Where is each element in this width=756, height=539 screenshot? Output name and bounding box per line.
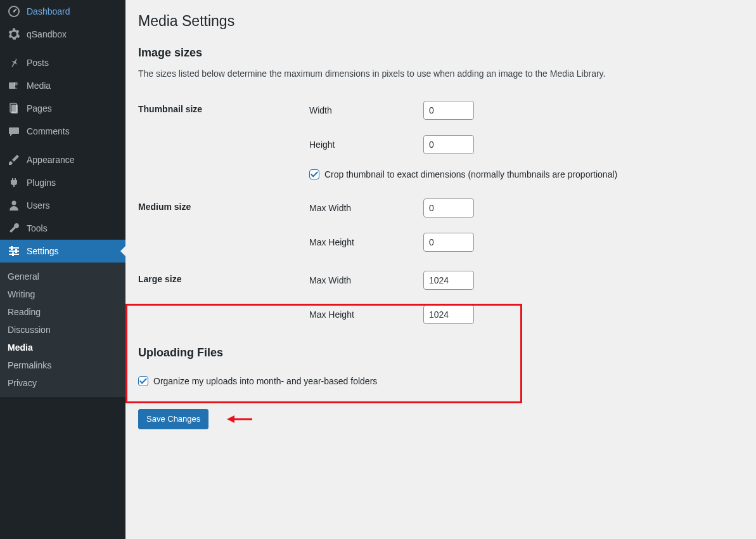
large-width-input[interactable] bbox=[423, 271, 474, 290]
main-content: Media Settings Image sizes The sizes lis… bbox=[125, 0, 756, 539]
admin-sidebar: Dashboard qSandbox Posts Media Pages Com… bbox=[0, 0, 125, 539]
submenu-item-general[interactable]: General bbox=[0, 268, 125, 285]
submenu-item-privacy[interactable]: Privacy bbox=[0, 374, 125, 392]
thumbnail-width-label: Width bbox=[309, 105, 423, 115]
pin-icon bbox=[8, 56, 20, 69]
sliders-icon bbox=[8, 245, 20, 257]
thumbnail-height-label: Height bbox=[309, 140, 423, 150]
settings-submenu: General Writing Reading Discussion Media… bbox=[0, 263, 125, 397]
sidebar-item-settings[interactable]: Settings bbox=[0, 240, 125, 263]
thumbnail-width-input[interactable] bbox=[423, 101, 474, 120]
pages-icon bbox=[8, 102, 20, 115]
svg-rect-7 bbox=[9, 247, 19, 249]
thumbnail-crop-checkbox[interactable] bbox=[309, 169, 319, 179]
plug-icon bbox=[8, 176, 20, 189]
dashboard-icon bbox=[8, 5, 20, 18]
sidebar-item-users[interactable]: Users bbox=[0, 194, 125, 217]
thumbnail-crop-label: Crop thumbnail to exact dimensions (norm… bbox=[324, 169, 617, 179]
large-width-label: Max Width bbox=[309, 275, 423, 285]
submenu-item-media[interactable]: Media bbox=[0, 339, 125, 356]
sidebar-item-label: Dashboard bbox=[27, 6, 70, 16]
medium-size-label: Medium size bbox=[138, 189, 303, 261]
wrench-icon bbox=[8, 222, 20, 235]
sidebar-item-label: Plugins bbox=[27, 178, 56, 188]
svg-rect-12 bbox=[12, 252, 14, 256]
media-icon bbox=[8, 79, 20, 92]
submenu-item-reading[interactable]: Reading bbox=[0, 303, 125, 321]
sidebar-item-label: qSandbox bbox=[27, 29, 67, 39]
user-icon bbox=[8, 199, 20, 212]
submenu-item-discussion[interactable]: Discussion bbox=[0, 321, 125, 339]
thumbnail-size-label: Thumbnail size bbox=[138, 91, 303, 189]
medium-height-label: Max Height bbox=[309, 237, 423, 247]
sidebar-item-appearance[interactable]: Appearance bbox=[0, 148, 125, 171]
submenu-item-writing[interactable]: Writing bbox=[0, 285, 125, 303]
thumbnail-height-input[interactable] bbox=[423, 135, 474, 154]
sidebar-item-label: Media bbox=[27, 81, 51, 91]
page-title: Media Settings bbox=[138, 6, 743, 34]
image-sizes-desc: The sizes listed below determine the max… bbox=[138, 68, 743, 79]
medium-height-input[interactable] bbox=[423, 233, 474, 252]
medium-width-input[interactable] bbox=[423, 198, 474, 218]
annotation-highlight-box bbox=[125, 304, 522, 403]
sidebar-item-label: Posts bbox=[27, 58, 49, 68]
sidebar-item-label: Settings bbox=[27, 246, 59, 256]
save-changes-button[interactable]: Save Changes bbox=[138, 409, 208, 429]
svg-rect-5 bbox=[11, 105, 18, 114]
sidebar-item-plugins[interactable]: Plugins bbox=[0, 171, 125, 194]
image-sizes-table: Thumbnail size Width Height Crop thumbna… bbox=[138, 91, 743, 334]
comment-icon bbox=[8, 125, 20, 138]
sidebar-item-pages[interactable]: Pages bbox=[0, 97, 125, 120]
sidebar-item-label: Pages bbox=[27, 103, 52, 114]
sidebar-item-label: Users bbox=[27, 200, 50, 211]
svg-rect-11 bbox=[15, 249, 17, 253]
svg-point-1 bbox=[13, 11, 15, 13]
sidebar-item-media[interactable]: Media bbox=[0, 74, 125, 97]
svg-point-3 bbox=[14, 82, 18, 86]
image-sizes-heading: Image sizes bbox=[138, 46, 743, 60]
submenu-item-permalinks[interactable]: Permalinks bbox=[0, 356, 125, 374]
medium-width-label: Max Width bbox=[309, 203, 423, 213]
sidebar-item-tools[interactable]: Tools bbox=[0, 217, 125, 240]
svg-rect-10 bbox=[11, 246, 13, 250]
svg-point-6 bbox=[12, 201, 16, 205]
sidebar-item-label: Tools bbox=[27, 223, 48, 233]
brush-icon bbox=[8, 153, 20, 166]
svg-marker-14 bbox=[227, 415, 234, 423]
gear-icon bbox=[8, 28, 20, 41]
annotation-arrow-icon bbox=[227, 414, 252, 424]
sidebar-item-qsandbox[interactable]: qSandbox bbox=[0, 23, 125, 46]
sidebar-item-label: Comments bbox=[27, 126, 70, 136]
sidebar-item-comments[interactable]: Comments bbox=[0, 120, 125, 143]
svg-rect-8 bbox=[9, 250, 19, 252]
sidebar-item-label: Appearance bbox=[27, 155, 75, 165]
sidebar-item-posts[interactable]: Posts bbox=[0, 51, 125, 74]
sidebar-item-dashboard[interactable]: Dashboard bbox=[0, 0, 125, 23]
